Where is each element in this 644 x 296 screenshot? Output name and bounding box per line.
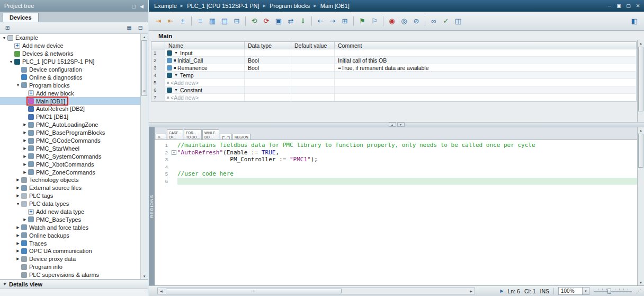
expander-closed-icon[interactable]: ▶	[22, 154, 28, 159]
cell-data-type[interactable]	[245, 72, 291, 79]
expander-open-icon[interactable]: ▼	[15, 83, 21, 87]
expander-closed-icon[interactable]: ▶	[15, 186, 21, 190]
snippet-tab[interactable]: REGION	[232, 134, 251, 140]
collapse-down-button[interactable]: ▼	[397, 123, 405, 127]
code-line[interactable]: 2-"AutoRefresh"(Enable := TRUE,	[155, 149, 637, 156]
cell-comment[interactable]: Initial call of this OB	[335, 57, 636, 64]
code-line[interactable]: 5//user code here	[155, 170, 637, 178]
cell-name[interactable]: Remanence	[165, 64, 245, 71]
block-interface-toggle-icon[interactable]: ⊟	[231, 16, 242, 27]
code-line[interactable]: 4	[155, 163, 637, 171]
expander-closed-icon[interactable]: ▶	[22, 170, 28, 175]
column-header-default-value[interactable]: Default value	[291, 42, 335, 49]
add-row-icon[interactable]: ⇤	[165, 16, 176, 27]
tree-item[interactable]: ▶Watch and force tables	[0, 223, 141, 231]
section-expander-icon[interactable]: ▼	[174, 88, 178, 92]
cell-comment[interactable]	[335, 79, 636, 86]
tree-item[interactable]: Device configuration	[0, 66, 141, 74]
snapshot-icon[interactable]: ▣	[273, 16, 284, 27]
auto-collapse-icon[interactable]: ▢	[130, 4, 138, 9]
cell-name[interactable]: <Add new>	[165, 94, 245, 101]
cell-data-type[interactable]	[245, 49, 291, 56]
section-expander-icon[interactable]: ▼	[174, 51, 178, 55]
tree-item[interactable]: ▶PMC_ZoneCommands	[0, 168, 141, 176]
maximize-editor-icon[interactable]: ◧	[629, 16, 640, 27]
tree-item[interactable]: +Add new block	[0, 89, 141, 97]
expander-closed-icon[interactable]: ▶	[22, 146, 28, 151]
scroll-thumb[interactable]	[638, 47, 643, 111]
reset-start-values-icon[interactable]: ⟲	[249, 16, 260, 27]
tree-item[interactable]: ▶External source files	[0, 184, 141, 192]
project-tree-scrollbar[interactable]: ▲ ≡ ▼	[140, 34, 148, 279]
cell-default-value[interactable]	[291, 79, 335, 86]
tree-item[interactable]: ▼PLC_1 [CPU 1512SP-1 PN]	[0, 58, 141, 66]
tree-item[interactable]: ▶Online backups	[0, 231, 141, 239]
insert-row-icon[interactable]: ⇥	[153, 16, 164, 27]
tree-item[interactable]: ▶PMC_BaseTypes	[0, 215, 141, 223]
zoom-value[interactable]: 100%	[558, 287, 583, 295]
monitor-icon[interactable]: ∞	[428, 16, 439, 27]
cell-name[interactable]: ▼Input	[165, 49, 245, 56]
sort-icon[interactable]: ⊞	[3, 24, 12, 32]
table-row[interactable]: 7<Add new>	[151, 94, 637, 101]
scroll-thumb[interactable]	[141, 40, 147, 96]
float-button[interactable]: ▢	[624, 2, 633, 10]
tree-item[interactable]: ▶PLC tags	[0, 192, 141, 200]
table-row[interactable]: 4▼Temp	[151, 72, 637, 79]
tree-item[interactable]: PMC1 [DB1]	[0, 113, 141, 121]
scroll-down-icon[interactable]: ▼	[141, 273, 148, 279]
tree-item[interactable]: Program info	[0, 263, 141, 271]
tree-item[interactable]: ▶PMC_BaseProgramBlocks	[0, 129, 141, 137]
cell-default-value[interactable]	[291, 86, 335, 93]
expander-closed-icon[interactable]: ▶	[22, 123, 28, 127]
cell-default-value[interactable]	[291, 57, 335, 64]
enable-breakpoints-icon[interactable]: ◎	[399, 16, 409, 27]
horizontal-scrollbar[interactable]: ◀ ⁞⁞⁞ ▶	[157, 288, 475, 294]
code-line[interactable]: 1//maintains fieldbus data for PMC libra…	[155, 142, 637, 149]
scroll-track[interactable]: ⁞⁞⁞	[165, 288, 468, 294]
scroll-thumb[interactable]: ⁞⁞⁞	[166, 289, 342, 293]
snippet-tab[interactable]: FOR... TO DO...	[184, 129, 202, 140]
breadcrumb-item[interactable]: Example	[154, 3, 177, 9]
tree-item[interactable]: PLC supervisions & alarms	[0, 271, 141, 279]
table-row[interactable]: 2Initial_CallBoolInitial call of this OB	[151, 57, 637, 64]
expander-closed-icon[interactable]: ▶	[15, 194, 21, 198]
column-header-comment[interactable]: Comment	[335, 42, 636, 49]
tree-item[interactable]: ▶PMC_SystemCommands	[0, 152, 141, 160]
scroll-left-icon[interactable]: ◀	[158, 288, 165, 294]
expander-closed-icon[interactable]: ▶	[15, 233, 21, 238]
cell-data-type[interactable]	[245, 94, 291, 101]
tree-item[interactable]: Devices & networks	[0, 50, 141, 58]
tree-item[interactable]: ▼Program blocks	[0, 81, 141, 89]
next-bookmark-icon[interactable]: ⚐	[369, 16, 380, 27]
scroll-right-icon[interactable]: ▶	[468, 288, 475, 294]
cell-data-type[interactable]	[245, 86, 291, 93]
tree-item[interactable]: ▶PMC_XbotCommands	[0, 160, 141, 168]
collapse-all-icon[interactable]: ⊟	[136, 24, 145, 32]
minimize-button[interactable]: –	[605, 2, 614, 10]
network-comments-icon[interactable]: ▤	[219, 16, 230, 27]
cell-comment[interactable]: =True, if remanent data are available	[335, 64, 636, 71]
tree-item[interactable]: Main [OB1]	[0, 97, 141, 105]
copy-snapshots-icon[interactable]: ⇄	[285, 16, 296, 27]
go-to-previous-icon[interactable]: ⇠	[315, 16, 326, 27]
scroll-up-icon[interactable]: ▲	[141, 34, 148, 40]
go-to-next-icon[interactable]: ⇢	[327, 16, 338, 27]
tree-item[interactable]: +Add new data type	[0, 208, 141, 216]
cell-name[interactable]: ▼Temp	[165, 72, 245, 79]
expander-closed-icon[interactable]: ▶	[22, 162, 28, 167]
table-row[interactable]: 1▼Input	[151, 49, 637, 57]
cell-comment[interactable]	[335, 49, 636, 56]
consistency-check-icon[interactable]: ✓	[441, 16, 451, 27]
table-row[interactable]: 3RemanenceBool=True, if remanent data ar…	[151, 64, 637, 72]
table-scrollbar[interactable]: ▲ ▼	[637, 40, 644, 127]
slider-thumb[interactable]	[607, 289, 611, 294]
bookmark-icon[interactable]: ⚑	[357, 16, 368, 27]
cell-default-value[interactable]	[291, 94, 335, 101]
tree-item[interactable]: AutoRefresh [DB2]	[0, 105, 141, 113]
cell-name[interactable]: <Add new>	[165, 79, 245, 86]
scroll-thumb[interactable]	[638, 134, 643, 168]
cell-data-type[interactable]	[245, 79, 291, 86]
tree-item[interactable]: ▶OPC UA communication	[0, 247, 141, 255]
zoom-slider[interactable]	[594, 288, 632, 294]
